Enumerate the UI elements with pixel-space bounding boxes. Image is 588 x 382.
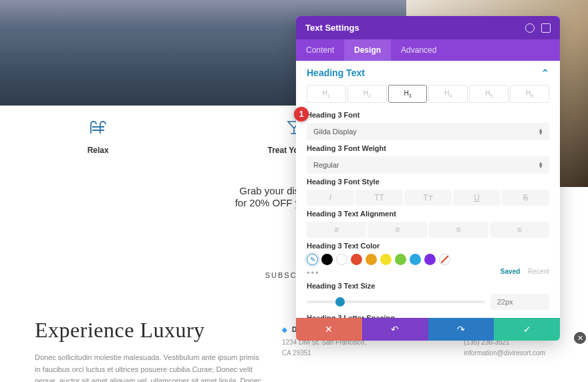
color-none[interactable] — [439, 254, 450, 265]
cancel-button[interactable]: ✕ — [296, 318, 362, 341]
tab-advanced[interactable]: Advanced — [391, 39, 446, 61]
caret-icon: ▴▾ — [539, 128, 543, 136]
style-label: Heading 3 Font Style — [307, 178, 549, 186]
toggle-icon[interactable] — [541, 23, 551, 33]
feature-item: Relax — [0, 119, 196, 172]
heading-h5[interactable]: H5 — [469, 85, 508, 103]
color-swatch[interactable] — [351, 254, 362, 265]
align-justify[interactable]: ≡ — [490, 222, 549, 238]
font-select[interactable]: Gilda Display▴▾ — [307, 123, 549, 140]
tab-design[interactable]: Design — [344, 39, 391, 61]
caret-icon: ▴▾ — [539, 162, 543, 169]
align-label: Heading 3 Text Alignment — [307, 210, 549, 218]
tab-content[interactable]: Content — [296, 39, 344, 61]
size-label: Heading 3 Text Size — [307, 282, 549, 290]
style-underline[interactable]: U — [453, 190, 500, 206]
close-icon[interactable]: ✕ — [574, 332, 586, 344]
text-size-slider[interactable] — [307, 301, 485, 303]
heading-h6[interactable]: H6 — [510, 85, 549, 103]
font-label: Heading 3 Font — [307, 111, 549, 119]
settings-tabs: Content Design Advanced — [296, 39, 560, 61]
color-label: Heading 3 Text Color — [307, 242, 549, 250]
weight-label: Heading 3 Font Weight — [307, 144, 549, 152]
align-right[interactable]: ≡ — [429, 222, 488, 238]
style-capitalize[interactable]: Tᴛ — [404, 190, 452, 206]
color-swatch[interactable] — [395, 254, 406, 265]
weight-select[interactable]: Regular▴▾ — [307, 156, 549, 174]
annotation-marker-1: 1 — [294, 107, 309, 122]
heading-level-row: H1 H2 H3 H4 H5 H6 — [307, 85, 549, 103]
color-tab-recent[interactable]: Recent — [528, 268, 549, 275]
expand-icon[interactable] — [525, 23, 535, 33]
style-strike[interactable]: S — [502, 190, 549, 206]
color-swatch[interactable] — [321, 254, 333, 265]
color-swatch[interactable] — [336, 254, 347, 265]
heading-h4[interactable]: H4 — [428, 85, 468, 103]
redo-button[interactable]: ↷ — [428, 318, 494, 341]
heading-h1[interactable]: H1 — [307, 85, 346, 103]
color-swatch[interactable] — [424, 254, 436, 265]
section-heading-text[interactable]: Heading Text ⌃ — [307, 61, 549, 85]
text-size-value[interactable]: 22px — [490, 294, 549, 310]
text-settings-panel: Text Settings Content Design Advanced He… — [296, 16, 560, 341]
color-tab-saved[interactable]: Saved — [500, 268, 520, 275]
align-left[interactable]: ≡ — [307, 222, 366, 238]
more-colors-icon[interactable]: ••• — [307, 268, 320, 278]
color-swatch[interactable] — [410, 254, 421, 265]
panel-title: Text Settings — [305, 23, 359, 33]
style-italic[interactable]: I — [307, 190, 354, 206]
color-swatch[interactable] — [380, 254, 392, 265]
pin-icon: ◈ — [282, 326, 288, 333]
feature-label: Relax — [0, 146, 196, 155]
color-swatch[interactable] — [365, 254, 377, 265]
color-picker-icon[interactable]: ✎ — [307, 254, 318, 265]
heading-h3[interactable]: H3 — [388, 85, 428, 103]
pool-ladder-icon — [87, 119, 110, 136]
chevron-up-icon: ⌃ — [541, 67, 549, 78]
undo-button[interactable]: ↶ — [362, 318, 428, 341]
align-center[interactable]: ≡ — [368, 222, 427, 238]
style-uppercase[interactable]: TT — [355, 190, 403, 206]
page-paragraph: Donec sollicitudin molestie malesuada. V… — [35, 352, 262, 382]
heading-h2[interactable]: H2 — [347, 85, 387, 103]
save-button[interactable]: ✓ — [494, 318, 560, 341]
